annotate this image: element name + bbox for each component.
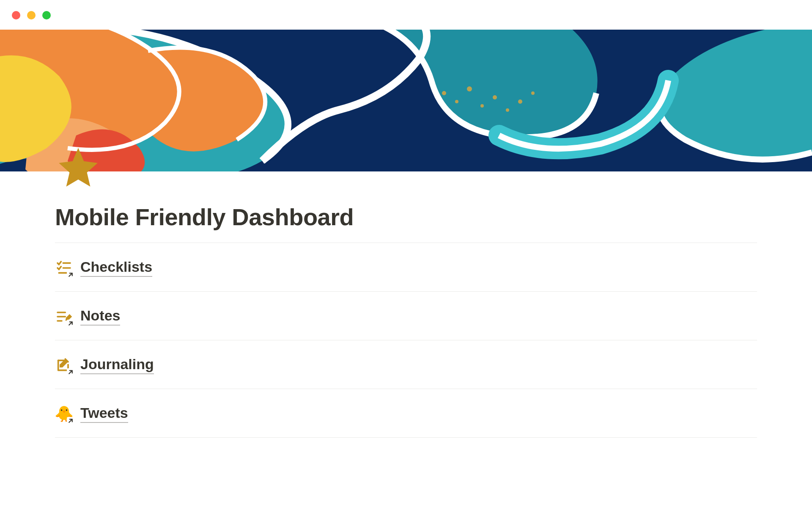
svg-point-7 bbox=[518, 99, 522, 104]
svg-point-8 bbox=[531, 91, 535, 95]
app-window: Mobile Friendly Dashboard bbox=[0, 0, 812, 508]
window-controls bbox=[12, 11, 51, 19]
svg-point-2 bbox=[455, 100, 458, 103]
svg-point-5 bbox=[493, 95, 497, 99]
link-label: Tweets bbox=[80, 405, 128, 422]
svg-point-6 bbox=[506, 108, 509, 112]
link-checklists[interactable]: Checklists bbox=[55, 243, 757, 292]
link-label: Notes bbox=[80, 308, 120, 325]
chick-emoji: 🐥 bbox=[55, 405, 73, 423]
page-links-list: Checklists Notes bbox=[55, 243, 757, 438]
edit-square-icon bbox=[55, 356, 73, 374]
link-journaling[interactable]: Journaling bbox=[55, 340, 757, 389]
svg-point-3 bbox=[467, 86, 472, 91]
page-content: Mobile Friendly Dashboard bbox=[55, 203, 757, 438]
link-label: Journaling bbox=[80, 356, 154, 374]
svg-point-4 bbox=[480, 104, 484, 108]
close-window-button[interactable] bbox=[12, 11, 20, 19]
link-tweets[interactable]: 🐥 Tweets bbox=[55, 389, 757, 438]
page-icon[interactable] bbox=[55, 144, 102, 190]
maximize-window-button[interactable] bbox=[42, 11, 51, 19]
page-cover[interactable] bbox=[0, 30, 812, 171]
link-label: Checklists bbox=[80, 259, 152, 276]
star-icon bbox=[55, 144, 102, 190]
svg-point-1 bbox=[442, 91, 446, 95]
link-notes[interactable]: Notes bbox=[55, 292, 757, 340]
checklist-icon bbox=[55, 259, 73, 277]
notes-icon bbox=[55, 308, 73, 326]
page-title: Mobile Friendly Dashboard bbox=[55, 203, 757, 231]
minimize-window-button[interactable] bbox=[27, 11, 36, 19]
